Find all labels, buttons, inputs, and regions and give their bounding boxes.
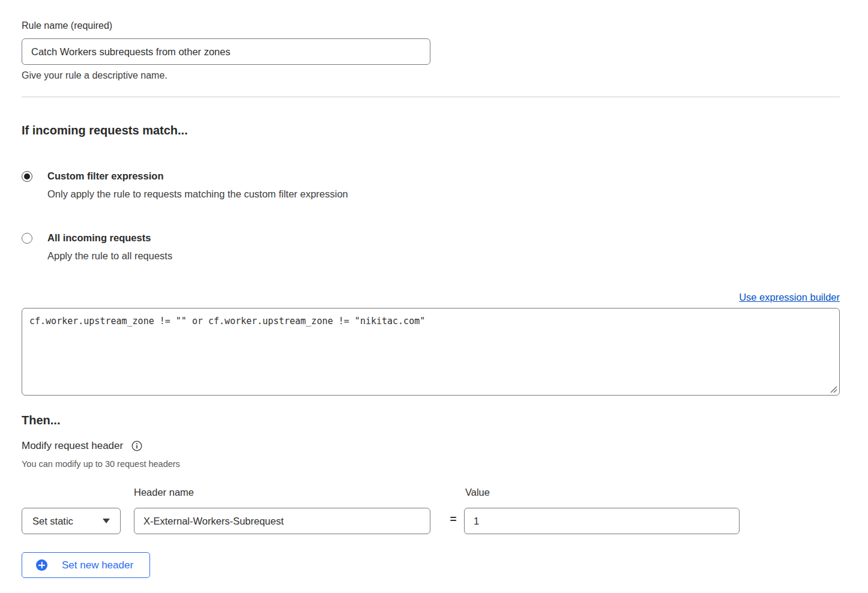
header-value-input[interactable] bbox=[464, 508, 740, 534]
radio-unselected-icon[interactable] bbox=[22, 233, 32, 244]
set-new-header-button[interactable]: Set new header bbox=[22, 552, 150, 578]
radio-option-custom-filter[interactable]: Custom filter expression Only apply the … bbox=[22, 170, 840, 200]
modify-request-header-label: Modify request header bbox=[22, 440, 123, 452]
radio-desc-custom-filter: Only apply the rule to requests matching… bbox=[47, 188, 348, 200]
equals-sign: = bbox=[442, 513, 464, 526]
value-label: Value bbox=[465, 487, 490, 498]
match-radio-group: Custom filter expression Only apply the … bbox=[22, 170, 840, 262]
chevron-down-icon bbox=[103, 519, 110, 523]
header-name-input[interactable] bbox=[134, 508, 430, 534]
operation-select[interactable]: Set static bbox=[22, 508, 121, 534]
rule-editor-page: Rule name (required) Give your rule a de… bbox=[0, 0, 868, 578]
match-section-heading: If incoming requests match... bbox=[22, 124, 840, 137]
radio-selected-icon[interactable] bbox=[22, 171, 32, 182]
set-new-header-label: Set new header bbox=[62, 559, 133, 571]
radio-desc-all-requests: Apply the rule to all requests bbox=[47, 250, 172, 262]
radio-label-custom-filter: Custom filter expression bbox=[47, 170, 348, 182]
filter-expression-textarea[interactable]: cf.worker.upstream_zone != "" or cf.work… bbox=[22, 308, 840, 396]
rule-name-input[interactable] bbox=[22, 38, 430, 65]
header-name-label: Header name bbox=[134, 487, 194, 498]
then-section-heading: Then... bbox=[22, 414, 840, 427]
radio-label-all-requests: All incoming requests bbox=[47, 232, 172, 244]
rule-name-help: Give your rule a descriptive name. bbox=[22, 70, 840, 81]
rule-name-label: Rule name (required) bbox=[22, 20, 840, 31]
operation-select-value: Set static bbox=[32, 516, 73, 527]
plus-icon bbox=[36, 559, 47, 571]
radio-option-all-requests[interactable]: All incoming requests Apply the rule to … bbox=[22, 232, 840, 262]
section-divider bbox=[22, 97, 840, 97]
header-form-row: Header name Value Set static = bbox=[22, 487, 840, 547]
use-expression-builder-link[interactable]: Use expression builder bbox=[739, 292, 840, 303]
info-icon[interactable] bbox=[131, 441, 142, 451]
modify-header-help: You can modify up to 30 request headers bbox=[22, 459, 840, 469]
